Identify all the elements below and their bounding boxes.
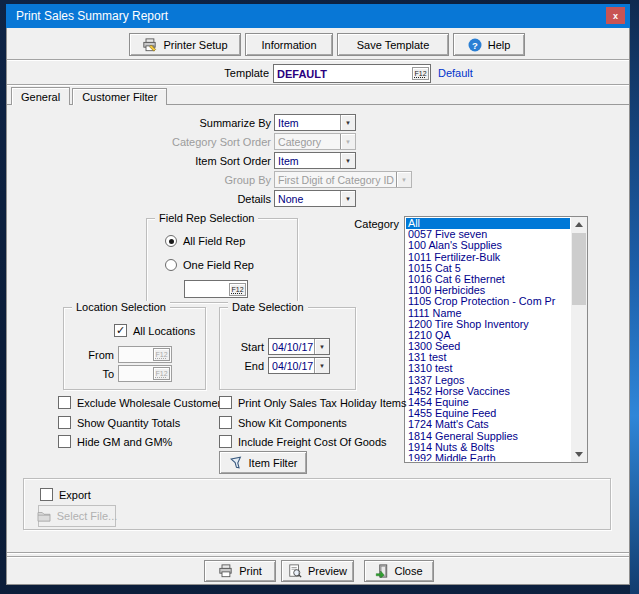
- checkbox-icon: ✓: [219, 396, 232, 409]
- category-list-item[interactable]: 1105 Crop Protection - Com Pr: [406, 296, 570, 307]
- include-freight-cost-checkbox[interactable]: ✓ Include Freight Cost Of Goods: [219, 435, 387, 448]
- tab-customer-filter[interactable]: Customer Filter: [72, 88, 167, 105]
- summarize-by-dropdown[interactable]: Item▼: [274, 114, 356, 131]
- show-quantity-totals-checkbox[interactable]: ✓ Show Quantity Totals: [58, 416, 180, 429]
- one-field-rep-radio[interactable]: One Field Rep: [165, 259, 254, 271]
- select-file-button: Select File...: [38, 505, 116, 527]
- category-list-item[interactable]: 1310 test: [406, 363, 570, 374]
- checkbox-icon: ✓: [219, 435, 232, 448]
- tab-general[interactable]: General: [11, 87, 70, 105]
- preview-button[interactable]: Preview: [281, 560, 354, 582]
- checkbox-icon: ✓: [58, 416, 71, 429]
- checkbox-icon: ✓: [219, 416, 232, 429]
- to-input: F12: [118, 365, 172, 382]
- category-list-item[interactable]: 1011 Fertilizer-Bulk: [406, 252, 570, 263]
- category-list-item[interactable]: 1016 Cat 6 Ethernet: [406, 274, 570, 285]
- item-filter-label: Item Filter: [249, 457, 298, 469]
- help-icon: ?: [468, 38, 482, 52]
- information-button[interactable]: Information: [245, 33, 333, 56]
- separator: [7, 84, 629, 86]
- chevron-down-icon: ▼: [396, 172, 411, 187]
- select-file-label: Select File...: [57, 510, 118, 522]
- field-rep-f12-button[interactable]: F12: [229, 283, 246, 296]
- category-list-item[interactable]: 1914 Nuts & Bolts: [406, 442, 570, 453]
- date-selection-group: Date Selection Start 04/10/17▼ End 04/10…: [219, 307, 356, 390]
- scrollbar-thumb[interactable]: [572, 233, 586, 305]
- category-list-item[interactable]: 1454 Equine: [406, 397, 570, 408]
- title-bar[interactable]: Print Sales Summary Report x: [6, 4, 630, 28]
- from-f12-button: F12: [153, 348, 170, 361]
- category-list-item[interactable]: 1210 QA: [406, 330, 570, 341]
- information-label: Information: [261, 39, 316, 51]
- hide-gm-checkbox[interactable]: ✓ Hide GM and GM%: [58, 435, 172, 448]
- end-date-label: End: [226, 360, 264, 372]
- category-list-item[interactable]: 1455 Equine Feed: [406, 408, 570, 419]
- all-locations-checkbox[interactable]: ✓ All Locations: [114, 324, 195, 337]
- print-only-sales-tax-holiday-checkbox[interactable]: ✓ Print Only Sales Tax Holiday Items: [219, 396, 407, 409]
- start-date-dropdown[interactable]: 04/10/17▼: [268, 338, 330, 355]
- one-field-rep-input[interactable]: F12: [184, 280, 248, 298]
- separator: [7, 59, 629, 61]
- item-filter-button[interactable]: Item Filter: [219, 451, 307, 474]
- template-input[interactable]: DEFAULT F12: [273, 64, 431, 83]
- help-button[interactable]: ? Help: [453, 33, 525, 56]
- category-list-item[interactable]: 131 test: [406, 352, 570, 363]
- template-label: Template: [187, 67, 269, 79]
- scroll-down-button[interactable]: [571, 447, 587, 462]
- printer-icon: [142, 38, 157, 52]
- category-list-item[interactable]: 1015 Cat 5: [406, 263, 570, 274]
- template-default-link: Default: [438, 67, 473, 79]
- printer-setup-button[interactable]: Printer Setup: [129, 33, 241, 56]
- category-scrollbar[interactable]: [571, 217, 587, 462]
- category-list-item[interactable]: 0057 Five seven: [406, 229, 570, 240]
- category-list-item[interactable]: 1992 Middle Earth: [406, 453, 570, 461]
- item-sort-order-dropdown[interactable]: Item▼: [274, 152, 356, 169]
- exit-door-icon: [375, 564, 388, 578]
- category-list-item[interactable]: 1111 Name: [406, 308, 570, 319]
- category-list-item[interactable]: 100 Alan's Supplies: [406, 240, 570, 251]
- category-label: Category: [345, 218, 399, 230]
- end-date-dropdown[interactable]: 04/10/17▼: [268, 357, 330, 374]
- category-list-item[interactable]: 1100 Herbicides: [406, 285, 570, 296]
- show-kit-components-checkbox[interactable]: ✓ Show Kit Components: [219, 416, 347, 429]
- details-dropdown[interactable]: None▼: [274, 190, 356, 207]
- chevron-down-icon: ▼: [340, 153, 355, 168]
- template-value: DEFAULT: [277, 68, 327, 80]
- chevron-down-icon: ▼: [314, 339, 329, 354]
- template-f12-button[interactable]: F12: [412, 67, 429, 80]
- desktop-wallpaper-strip: [630, 0, 639, 594]
- radio-icon: [165, 235, 177, 247]
- close-dialog-button[interactable]: Close: [364, 560, 434, 582]
- category-list-item[interactable]: 1200 Tire Shop Inventory: [406, 319, 570, 330]
- export-checkbox[interactable]: ✓ Export: [40, 488, 91, 501]
- print-button[interactable]: Print: [204, 560, 276, 582]
- category-list-item[interactable]: 1452 Horse Vaccines: [406, 386, 570, 397]
- category-list-item[interactable]: 1814 General Supplies: [406, 431, 570, 442]
- field-rep-selection-group: Field Rep Selection All Field Rep One Fi…: [146, 218, 298, 303]
- save-template-button[interactable]: Save Template: [337, 33, 449, 56]
- to-label: To: [68, 368, 114, 380]
- category-list-item[interactable]: 1300 Seed: [406, 341, 570, 352]
- category-list-item[interactable]: 1724 Matt's Cats: [406, 419, 570, 430]
- category-sort-order-dropdown: Category▼: [274, 133, 356, 150]
- scroll-up-button[interactable]: [571, 217, 587, 232]
- checkbox-icon: ✓: [114, 324, 127, 337]
- from-label: From: [68, 349, 114, 361]
- checkbox-icon: ✓: [40, 488, 53, 501]
- category-list-item[interactable]: All: [406, 218, 570, 229]
- close-button[interactable]: x: [606, 7, 625, 24]
- separator: [7, 556, 629, 558]
- category-list-item[interactable]: 1337 Legos: [406, 375, 570, 386]
- category-listbox[interactable]: All0057 Five seven100 Alan's Supplies101…: [404, 216, 588, 463]
- exclude-wholesale-customers-checkbox[interactable]: ✓ Exclude Wholesale Customers: [58, 396, 227, 409]
- svg-text:?: ?: [472, 39, 478, 50]
- group-by-label: Group By: [7, 174, 271, 186]
- printer-icon: [218, 564, 233, 578]
- close-label: Close: [394, 565, 422, 577]
- all-field-rep-radio[interactable]: All Field Rep: [165, 235, 245, 247]
- category-list-rows: All0057 Five seven100 Alan's Supplies101…: [406, 218, 570, 461]
- chevron-down-icon: ▼: [340, 134, 355, 149]
- location-selection-legend: Location Selection: [72, 301, 170, 313]
- radio-icon: [165, 259, 177, 271]
- checkbox-icon: ✓: [58, 396, 71, 409]
